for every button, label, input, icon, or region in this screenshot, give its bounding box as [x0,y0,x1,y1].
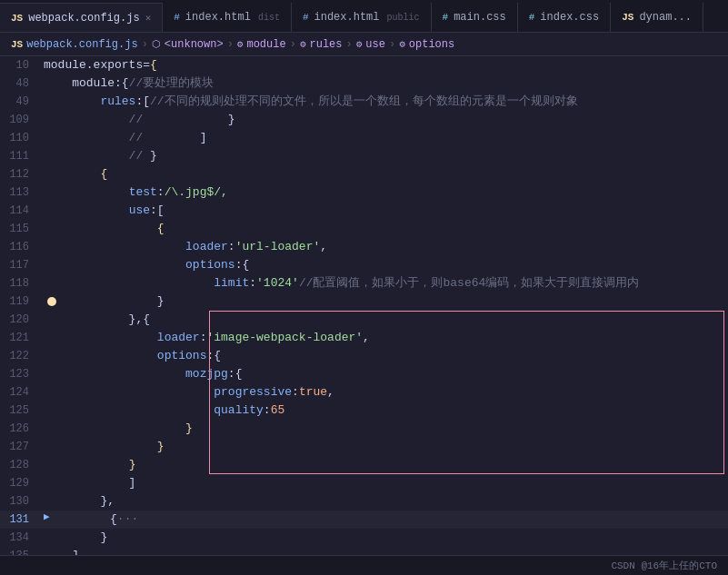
line-content-124: progressive:true, [44,383,728,402]
line-num-109: 109 [0,111,44,129]
line-num-125: 125 [0,402,44,420]
line-num-113: 113 [0,183,44,202]
bc-rules[interactable]: rules [310,38,343,51]
code-line-123: 123 mozjpg:{ [0,365,728,383]
code-line-121: 121 loader:'image-webpack-loader', [0,329,728,347]
code-line-48: 48 module:{//要处理的模块 [0,74,728,93]
code-line-130: 130 }, [0,492,728,511]
code-line-115: 115 { [0,220,728,238]
tab-webpack[interactable]: JS webpack.config.js ✕ [0,3,163,32]
status-bar: CSDN @16年上任的CTO [0,555,728,575]
code-line-126: 126 } [0,420,728,438]
code-line-122: 122 options:{ [0,347,728,365]
tab-badge-dist: dist [258,13,280,23]
code-line-10: 10 module.exports={ [0,56,728,74]
close-icon[interactable]: ✕ [145,12,152,24]
line-num-10: 10 [0,56,44,74]
css-icon-2: # [529,12,535,23]
code-line-135: 135 ] [0,547,728,555]
js-icon: JS [11,13,23,24]
line-num-122: 122 [0,347,44,365]
code-line-127: 127 } [0,438,728,456]
line-content-127: } [44,438,728,456]
line-num-116: 116 [0,238,44,256]
bc-module-icon: ⚙ [237,38,244,50]
bc-module[interactable]: module [246,38,285,51]
tab-label-main-css: main.css [454,11,506,24]
collapse-arrow[interactable]: ▶ [44,511,54,522]
line-num-110: 110 [0,129,44,147]
status-text: CSDN @16年上任的CTO [611,559,717,572]
tab-index-public[interactable]: # index.html public [292,3,432,32]
code-line-118: 118 limit:'1024'//配置阈值，如果小于，则base64编码，如果… [0,274,728,292]
code-line-124: 124 progressive:true, [0,383,728,402]
code-line-114: 114 use:[ [0,202,728,220]
bc-rules-icon: ⚙ [300,38,306,50]
line-num-124: 124 [0,383,44,402]
line-num-48: 48 [0,74,44,93]
line-content-120: },{ [44,311,728,329]
bc-options[interactable]: options [409,38,454,51]
editor-container: JS webpack.config.js ✕ # index.html dist… [0,0,728,575]
line-content-119: } [44,292,728,311]
code-line-120: 120 },{ [0,311,728,329]
tab-index-css[interactable]: # index.css [518,3,611,32]
code-line-110: 110 // ] [0,129,728,147]
bc-sep-1: › [142,38,148,51]
code-line-128: 128 } [0,456,728,474]
line-content-115: { [44,220,728,238]
line-num-121: 121 [0,329,44,347]
code-line-125: 125 quality:65 [0,402,728,420]
line-num-126: 126 [0,420,44,438]
tab-label-dynam: dynam... [639,11,692,24]
line-num-115: 115 [0,220,44,238]
line-content-49: rules:[//不同的规则处理不同的文件，所以是一个数组，每个数组的元素是一个… [44,93,728,111]
tab-main-css[interactable]: # main.css [432,3,518,32]
bc-use[interactable]: use [365,38,385,51]
bc-file-icon: JS [11,39,23,50]
bc-sep-3: › [290,38,296,51]
line-content-110: // ] [44,129,728,147]
line-content-135: ] [44,547,728,555]
code-line-109: 109 // } [0,111,728,129]
html-icon-2: # [303,12,309,23]
line-content-128: } [44,456,728,474]
line-content-131: {··· [54,511,728,529]
line-num-128: 128 [0,456,44,474]
line-num-111: 111 [0,147,44,165]
line-content-117: options:{ [44,256,728,274]
tab-label-index-css: index.css [540,11,599,24]
code-line-119: 119 } [0,292,728,311]
bc-sep-5: › [389,38,395,51]
line-content-122: options:{ [44,347,728,365]
line-num-123: 123 [0,365,44,383]
tab-index-dist[interactable]: # index.html dist [163,3,292,32]
line-num-127: 127 [0,438,44,456]
code-line-117: 117 options:{ [0,256,728,274]
line-content-123: mozjpg:{ [44,365,728,383]
code-line-116: 116 loader:'url-loader', [0,238,728,256]
bc-options-icon: ⚙ [399,38,405,50]
line-content-126: } [44,420,728,438]
line-content-125: quality:65 [44,402,728,420]
line-content-129: ] [44,474,728,492]
bc-unknown[interactable]: <unknown> [165,38,224,51]
tab-dynam[interactable]: JS dynam... [611,3,703,32]
line-num-134: 134 [0,529,44,547]
html-icon: # [174,12,180,23]
line-content-48: module:{//要处理的模块 [44,74,728,93]
code-line-129: 129 ] [0,474,728,492]
line-num-119: 119 [0,292,44,311]
highlighted-block: 120 },{ 121 loader:'image-webpack-loader… [0,311,728,474]
code-line-112: 112 { [0,165,728,183]
bc-filename[interactable]: webpack.config.js [26,38,137,51]
line-content-111: // } [44,147,728,165]
line-content-134: } [44,529,728,547]
line-num-117: 117 [0,256,44,274]
line-content-116: loader:'url-loader', [44,238,728,256]
line-num-114: 114 [0,202,44,220]
line-content-112: { [44,165,728,183]
code-line-49: 49 rules:[//不同的规则处理不同的文件，所以是一个数组，每个数组的元素… [0,93,728,111]
line-num-130: 130 [0,492,44,511]
tab-label-index-dist: index.html [185,11,251,24]
